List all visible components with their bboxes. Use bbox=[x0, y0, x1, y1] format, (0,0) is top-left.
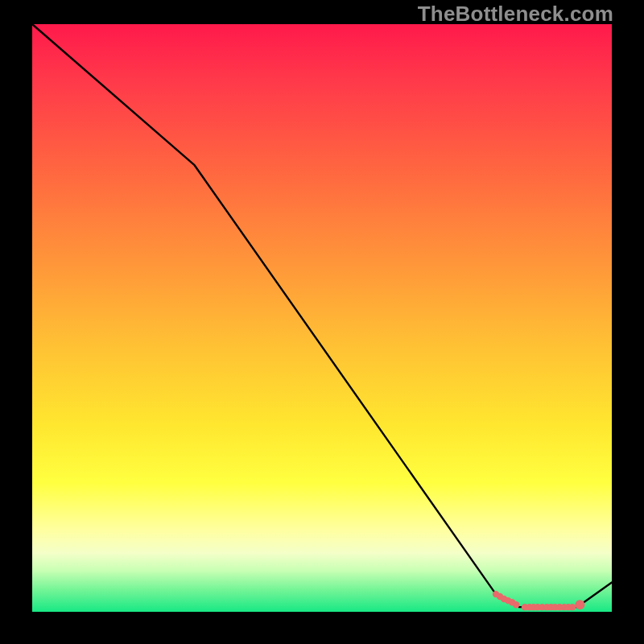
data-markers bbox=[493, 591, 585, 610]
data-point bbox=[569, 604, 576, 610]
data-point bbox=[575, 600, 584, 609]
data-point bbox=[513, 601, 519, 608]
chart-frame: TheBottleneck.com bbox=[0, 0, 644, 644]
chart-svg bbox=[32, 24, 612, 612]
plot-area bbox=[32, 24, 612, 612]
watermark-text: TheBottleneck.com bbox=[418, 2, 613, 27]
data-line bbox=[32, 24, 612, 607]
